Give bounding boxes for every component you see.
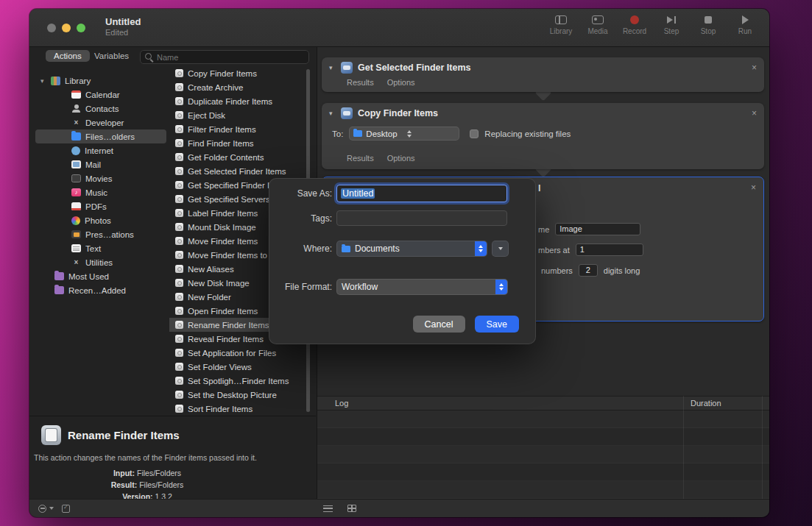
- action-list-item[interactable]: Find Finder Items: [169, 136, 311, 150]
- action-list-item[interactable]: Set Spotligh…Finder Items: [169, 374, 311, 388]
- where-popup[interactable]: Documents: [336, 241, 487, 257]
- desktop-wallpaper: Untitled Edited Library Media Record: [0, 0, 812, 526]
- sidebar-item-internet[interactable]: Internet: [35, 143, 166, 157]
- tags-field[interactable]: [336, 210, 507, 226]
- results-button[interactable]: Results: [347, 78, 374, 87]
- action-list-item[interactable]: Copy Finder Items: [169, 66, 311, 80]
- save-button[interactable]: Save: [475, 316, 520, 333]
- search-field[interactable]: [140, 50, 309, 64]
- search-input[interactable]: [157, 53, 304, 62]
- log-column-divider[interactable]: [683, 396, 684, 499]
- run-button[interactable]: Run: [732, 15, 758, 35]
- action-gear-icon: [175, 335, 183, 343]
- library-button[interactable]: Library: [548, 15, 573, 35]
- log-row: [317, 463, 769, 481]
- remove-step-icon[interactable]: ×: [751, 182, 756, 193]
- run-status-menu[interactable]: [38, 505, 54, 513]
- stop-button[interactable]: Stop: [696, 15, 721, 35]
- sidebar-item-presentations[interactable]: Pres…ations: [35, 227, 166, 241]
- remove-step-icon[interactable]: ×: [752, 63, 757, 72]
- sidebar-item-music[interactable]: Music: [35, 185, 166, 199]
- digits-field[interactable]: 2: [579, 264, 598, 277]
- action-list-item[interactable]: Get Selected Finder Items: [169, 164, 311, 178]
- action-list-item[interactable]: Set Folder Views: [169, 360, 311, 374]
- disclosure-triangle-icon[interactable]: ▾: [40, 77, 46, 85]
- action-list-item[interactable]: Sort Finder Items: [169, 402, 311, 416]
- action-list-item[interactable]: Eject Disk: [169, 108, 311, 122]
- show-when-run-checkbox[interactable]: [62, 505, 70, 513]
- log-list-view-icon[interactable]: [323, 505, 333, 512]
- action-gear-icon: [175, 167, 183, 175]
- file-format-popup[interactable]: Workflow: [336, 279, 508, 295]
- start-number-field[interactable]: 1: [576, 244, 643, 256]
- sidebar-item-developer[interactable]: Developer: [35, 115, 166, 129]
- action-label: Get Selected Finder Items: [188, 167, 286, 176]
- action-label: Get Specified Servers: [188, 195, 270, 204]
- sidebar-item-text[interactable]: Text: [35, 241, 166, 255]
- sidebar-item-files-folders[interactable]: Files…olders: [35, 129, 166, 143]
- action-list-item[interactable]: Duplicate Finder Items: [169, 94, 311, 108]
- replacing-existing-files-label: Replacing existing files: [484, 129, 571, 138]
- sidebar-item-movies[interactable]: Movies: [35, 171, 166, 185]
- cancel-button[interactable]: Cancel: [413, 316, 465, 333]
- close-window-button[interactable]: [47, 24, 56, 32]
- sidebar-item-mail[interactable]: Mail: [35, 157, 166, 171]
- sidebar-item-most-used[interactable]: Most Used: [35, 269, 166, 283]
- sidebar-item-pdfs[interactable]: PDFs: [35, 199, 166, 213]
- save-as-field[interactable]: Untitled: [336, 185, 507, 202]
- action-label: Get Folder Contents: [188, 153, 264, 162]
- action-label: Move Finder Items to: [188, 251, 267, 260]
- log-grid-view-icon[interactable]: [347, 505, 356, 512]
- contacts-icon: [71, 104, 81, 113]
- smart-folder-icon: [54, 286, 64, 294]
- media-button[interactable]: Media: [585, 15, 610, 35]
- action-label: Rename Finder Items: [188, 321, 269, 330]
- options-button[interactable]: Options: [387, 154, 415, 163]
- utilities-icon: [71, 258, 81, 266]
- remove-step-icon[interactable]: ×: [752, 109, 757, 118]
- destination-popup[interactable]: Desktop: [349, 127, 459, 141]
- sidebar-item-photos[interactable]: Photos: [35, 213, 166, 227]
- action-list-item[interactable]: Set Application for Files: [169, 346, 311, 360]
- tab-variables[interactable]: Variables: [94, 51, 129, 60]
- sidebar-item-library[interactable]: ▾ Library: [35, 74, 166, 88]
- sidebar-item-contacts[interactable]: Contacts: [35, 102, 166, 115]
- run-label: Run: [738, 27, 752, 35]
- developer-icon: [71, 118, 81, 127]
- replacing-existing-files-checkbox[interactable]: [470, 129, 479, 138]
- automator-window: Untitled Edited Library Media Record: [29, 9, 769, 517]
- action-label: Get Specified Finder I: [188, 181, 269, 190]
- collapse-chevron-icon[interactable]: ▾: [329, 110, 336, 117]
- new-name-field[interactable]: Image: [555, 223, 640, 235]
- sidebar-label: Contacts: [85, 104, 119, 113]
- action-label: Create Archive: [188, 83, 243, 92]
- workflow-step-copy-finder-items[interactable]: ▾ Copy Finder Items × To: Desktop Replac…: [322, 103, 764, 169]
- sidebar-label: Music: [85, 188, 107, 197]
- sidebar-item-recently-added[interactable]: Recen…Added: [35, 283, 166, 297]
- description-body: This action changes the names of the Fin…: [34, 453, 306, 462]
- step-button[interactable]: Step: [659, 15, 684, 35]
- status-circle-icon: [38, 505, 46, 513]
- finder-action-icon: [341, 107, 353, 119]
- minimize-window-button[interactable]: [62, 24, 71, 32]
- titlebar[interactable]: Untitled Edited Library Media Record: [29, 9, 769, 47]
- sidebar-label: PDFs: [85, 202, 107, 211]
- sidebar-item-utilities[interactable]: Utilities: [35, 255, 166, 269]
- zoom-window-button[interactable]: [77, 24, 85, 32]
- action-list-item[interactable]: Set the Desktop Picture: [169, 388, 311, 402]
- results-button[interactable]: Results: [347, 154, 374, 163]
- record-button[interactable]: Record: [622, 15, 647, 35]
- action-list-item[interactable]: Get Folder Contents: [169, 150, 311, 164]
- action-list-item[interactable]: Filter Finder Items: [169, 122, 311, 136]
- options-button[interactable]: Options: [387, 78, 415, 87]
- action-label: Mount Disk Image: [188, 223, 256, 232]
- workflow-step-get-selected-finder-items[interactable]: ▾ Get Selected Finder Items × Results Op…: [322, 57, 764, 92]
- pdf-icon: [71, 202, 81, 210]
- log-column-divider[interactable]: [762, 396, 763, 499]
- action-list-item[interactable]: Create Archive: [169, 80, 311, 94]
- input-label: Input:: [113, 469, 135, 477]
- sidebar-item-calendar[interactable]: Calendar: [35, 88, 166, 102]
- tab-actions[interactable]: Actions: [46, 50, 90, 62]
- collapse-chevron-icon[interactable]: ▾: [329, 64, 336, 71]
- expand-sheet-button[interactable]: [492, 241, 509, 257]
